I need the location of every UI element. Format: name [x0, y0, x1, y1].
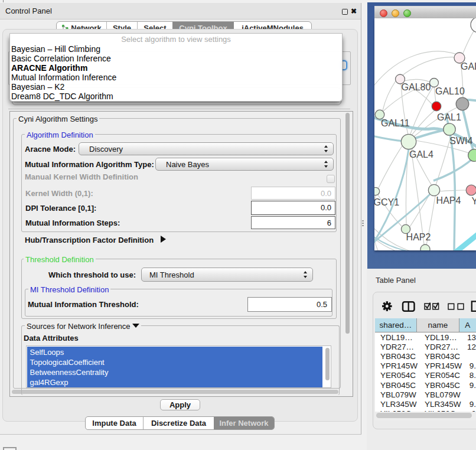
svg-text:YJ: YJ: [471, 196, 476, 206]
svg-text:GAL11: GAL11: [381, 118, 410, 128]
svg-text:HAP2: HAP2: [406, 232, 431, 242]
svg-text:GAL10: GAL10: [435, 86, 465, 96]
svg-text:SWI4: SWI4: [449, 136, 472, 146]
svg-text:HAP4: HAP4: [436, 195, 461, 206]
svg-text:GAL1: GAL1: [437, 112, 461, 122]
svg-text:GAL80: GAL80: [402, 82, 431, 92]
svg-text:GAL4: GAL4: [409, 149, 433, 159]
svg-text:GCY1: GCY1: [374, 197, 399, 207]
svg-text:GAL2: GAL2: [461, 61, 476, 71]
